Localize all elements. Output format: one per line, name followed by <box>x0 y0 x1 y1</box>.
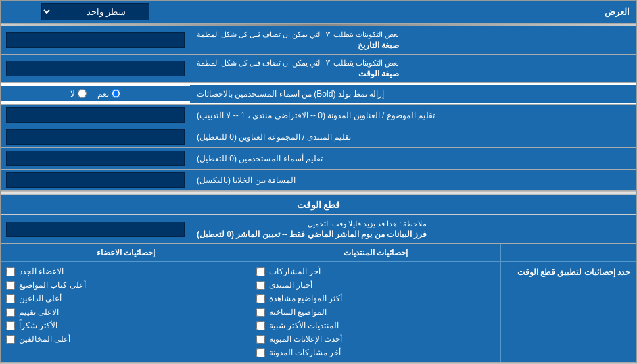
stat-item-col2-3: الاعلى تقييم <box>6 305 245 319</box>
cell-gap-label: المسافة بين الخلايا (بالبكسل) <box>190 170 636 190</box>
stats-header-row: إحصائيات المنتديات إحصائيات الاعضاء <box>1 244 636 262</box>
stat-label-col1-1: أخبار المنتدى <box>269 280 312 290</box>
cell-gap-input[interactable]: 2 <box>6 172 185 188</box>
stat-item-col1-0: آخر المشاركات <box>256 265 496 278</box>
stat-check-col2-1[interactable] <box>6 281 15 290</box>
time-format-row: بعض التكوينات يتطلب "/" التي يمكن ان تضا… <box>1 55 636 83</box>
cut-time-sub: ملاحظة : هذا قد يزيد قليلا وقت التحميل <box>197 219 427 228</box>
stat-item-col2-1: أعلى كتاب المواضيع <box>6 278 245 292</box>
stat-label-col1-4: المنتديات الأكثر شبية <box>269 321 339 330</box>
cut-time-row: ملاحظة : هذا قد يزيد قليلا وقت التحميل ف… <box>1 215 636 244</box>
stat-item-col2-4: الأكثر شكراً <box>6 319 245 332</box>
bold-remove-no-label: لا <box>70 89 75 99</box>
stat-label-col1-5: أحدث الإعلانات المبوبة <box>269 334 343 344</box>
time-format-main: صيغة الوقت <box>197 69 399 78</box>
stat-item-col2-2: أعلى الداعين <box>6 292 245 305</box>
cut-time-input-container: 0 <box>1 215 190 243</box>
stats-left-label: حدد إحصائيات لتطبيق قطع الوقت <box>501 262 636 362</box>
cut-time-input[interactable]: 0 <box>6 222 185 237</box>
topic-title-input-container: 33 <box>1 105 190 126</box>
stat-check-col2-3[interactable] <box>6 308 15 317</box>
stat-check-col1-2[interactable] <box>256 294 265 303</box>
stats-col2-header: إحصائيات الاعضاء <box>1 244 251 261</box>
display-select[interactable]: سطر واحد <box>41 3 149 20</box>
stat-label-col1-0: آخر المشاركات <box>269 267 321 276</box>
stats-col1-header: إحصائيات المنتديات <box>251 244 502 261</box>
bold-remove-row: إزالة نمط بولد (Bold) من اسماء المستخدمي… <box>1 83 636 105</box>
stat-check-col1-3[interactable] <box>256 308 265 317</box>
stat-item-col1-4: المنتديات الأكثر شبية <box>256 319 496 332</box>
display-label: العرض <box>190 3 636 21</box>
date-format-input[interactable]: d-m <box>6 32 185 48</box>
stat-label-col2-5: أعلى المخالفين <box>19 334 70 344</box>
cut-time-label: ملاحظة : هذا قد يزيد قليلا وقت التحميل ف… <box>190 215 636 243</box>
stat-item-col2-0: الاعضاء الجدد <box>6 265 245 278</box>
forum-title-row: تقليم المنتدى / المجموعة العناوين (0 للت… <box>1 126 636 148</box>
main-container: العرض سطر واحد بعض التكوينات يتطلب "/" ا… <box>0 0 637 363</box>
topic-title-input[interactable]: 33 <box>6 107 185 123</box>
stat-label-col2-4: الأكثر شكراً <box>19 321 57 330</box>
display-row: العرض سطر واحد <box>1 1 636 24</box>
stat-item-col1-1: أخبار المنتدى <box>256 278 496 292</box>
stat-check-col2-4[interactable] <box>6 321 15 330</box>
username-limit-label: تقليم أسماء المستخدمين (0 للتعطيل) <box>190 148 636 169</box>
time-format-sub: بعض التكوينات يتطلب "/" التي يمكن ان تضا… <box>197 59 399 68</box>
forum-title-input-container: 33 <box>1 126 190 147</box>
stat-check-col1-1[interactable] <box>256 281 265 290</box>
stat-check-col1-5[interactable] <box>256 335 265 344</box>
time-format-input-container: H:i <box>1 55 190 82</box>
stat-check-col1-6[interactable] <box>256 348 265 357</box>
bold-remove-label: إزالة نمط بولد (Bold) من اسماء المستخدمي… <box>190 85 636 103</box>
stat-check-col1-0[interactable] <box>256 267 265 276</box>
stats-col1: آخر المشاركات أخبار المنتدى أكثر المواضي… <box>251 262 502 362</box>
stat-check-col2-5[interactable] <box>6 335 15 344</box>
topic-title-label: تقليم الموضوع / العناوين المدونة (0 -- ا… <box>190 105 636 126</box>
date-format-row: بعض التكوينات يتطلب "/" التي يمكن ان تضا… <box>1 26 636 55</box>
cut-time-main: فرز البيانات من يوم الماشر الماضي فقط --… <box>197 230 427 239</box>
bold-remove-yes[interactable]: نعم <box>97 89 120 99</box>
bold-remove-yes-label: نعم <box>97 89 109 99</box>
stats-section: إحصائيات المنتديات إحصائيات الاعضاء حدد … <box>1 244 636 363</box>
stat-label-col2-3: الاعلى تقييم <box>19 307 59 317</box>
cell-gap-row: المسافة بين الخلايا (بالبكسل) 2 <box>1 170 636 191</box>
username-limit-input[interactable]: 0 <box>6 151 185 166</box>
stat-item-col1-3: المواضيع الساخنة <box>256 305 496 319</box>
bold-remove-yes-radio[interactable] <box>112 89 120 98</box>
stats-left-header <box>501 244 636 261</box>
bold-remove-options: نعم لا <box>1 86 190 101</box>
stat-item-col1-6: أخر مشاركات المدونة <box>256 346 496 359</box>
stat-label-col2-0: الاعضاء الجدد <box>19 267 64 276</box>
stats-col2: الاعضاء الجدد أعلى كتاب المواضيع أعلى ال… <box>1 262 251 362</box>
cut-time-header: قطع الوقت <box>1 195 636 215</box>
topic-title-row: تقليم الموضوع / العناوين المدونة (0 -- ا… <box>1 105 636 126</box>
forum-title-label: تقليم المنتدى / المجموعة العناوين (0 للت… <box>190 126 636 147</box>
bold-remove-no-radio[interactable] <box>78 89 87 98</box>
stat-check-col2-2[interactable] <box>6 294 15 303</box>
stat-label-col1-2: أكثر المواضيع مشاهدة <box>269 294 343 303</box>
date-format-main: صيغة التاريخ <box>197 41 399 50</box>
username-limit-input-container: 0 <box>1 148 190 169</box>
date-format-label: بعض التكوينات يتطلب "/" التي يمكن ان تضا… <box>190 26 636 54</box>
date-format-sub: بعض التكوينات يتطلب "/" التي يمكن ان تضا… <box>197 30 399 39</box>
stat-label-col1-6: أخر مشاركات المدونة <box>269 348 341 357</box>
display-select-container: سطر واحد <box>1 1 190 23</box>
stat-label-col1-3: المواضيع الساخنة <box>269 307 327 317</box>
time-format-input[interactable]: H:i <box>6 61 185 76</box>
cell-gap-input-container: 2 <box>1 170 190 190</box>
stat-check-col2-0[interactable] <box>6 267 15 276</box>
forum-title-input[interactable]: 33 <box>6 129 185 145</box>
time-format-label: بعض التكوينات يتطلب "/" التي يمكن ان تضا… <box>190 55 636 82</box>
stat-item-col1-5: أحدث الإعلانات المبوبة <box>256 332 496 346</box>
username-limit-row: تقليم أسماء المستخدمين (0 للتعطيل) 0 <box>1 148 636 170</box>
bold-remove-no[interactable]: لا <box>70 89 87 99</box>
stat-label-col2-1: أعلى كتاب المواضيع <box>19 280 86 290</box>
stat-item-col2-5: أعلى المخالفين <box>6 332 245 346</box>
stat-check-col1-4[interactable] <box>256 321 265 330</box>
date-format-input-container: d-m <box>1 26 190 54</box>
stat-item-col1-2: أكثر المواضيع مشاهدة <box>256 292 496 305</box>
stat-label-col2-2: أعلى الداعين <box>19 294 62 303</box>
stats-grid: حدد إحصائيات لتطبيق قطع الوقت آخر المشار… <box>1 262 636 362</box>
